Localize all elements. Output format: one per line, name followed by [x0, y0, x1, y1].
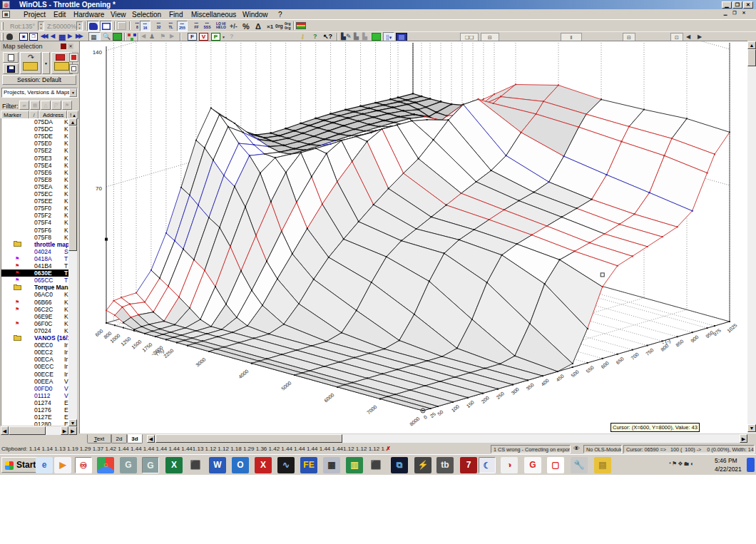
svg-text:6000: 6000: [323, 392, 335, 403]
svg-text:650: 650: [615, 356, 625, 365]
svg-text:850: 850: [675, 339, 685, 348]
svg-text:70: 70: [96, 185, 102, 192]
svg-text:1250: 1250: [120, 336, 132, 347]
svg-text:750: 750: [645, 347, 655, 356]
svg-text:3000: 3000: [195, 356, 207, 367]
svg-text:7000: 7000: [366, 404, 378, 415]
svg-text:140: 140: [93, 49, 103, 56]
svg-text:100: 100: [451, 404, 461, 413]
svg-text:400: 400: [540, 378, 550, 387]
svg-text:350: 350: [525, 382, 535, 391]
svg-text:550: 550: [585, 364, 595, 374]
svg-text:4000: 4000: [237, 369, 250, 379]
svg-text:600: 600: [600, 360, 610, 369]
svg-text:450: 450: [555, 374, 565, 383]
svg-text:975: 975: [712, 328, 722, 337]
svg-text:500: 500: [570, 369, 580, 379]
svg-text:1500: 1500: [131, 339, 143, 349]
svg-text:8000: 8000: [409, 416, 421, 426]
svg-text:0: 0: [423, 414, 429, 420]
svg-text:1025: 1025: [726, 322, 738, 333]
svg-text:250: 250: [496, 391, 506, 400]
svg-text:5000: 5000: [280, 380, 292, 391]
svg-text:700: 700: [630, 351, 640, 361]
svg-text:300: 300: [511, 386, 521, 396]
svg-text:50: 50: [436, 409, 444, 416]
svg-text:200: 200: [481, 395, 491, 404]
svg-text:150: 150: [466, 399, 476, 409]
svg-text:25: 25: [429, 411, 437, 419]
svg-text:900: 900: [690, 334, 700, 344]
